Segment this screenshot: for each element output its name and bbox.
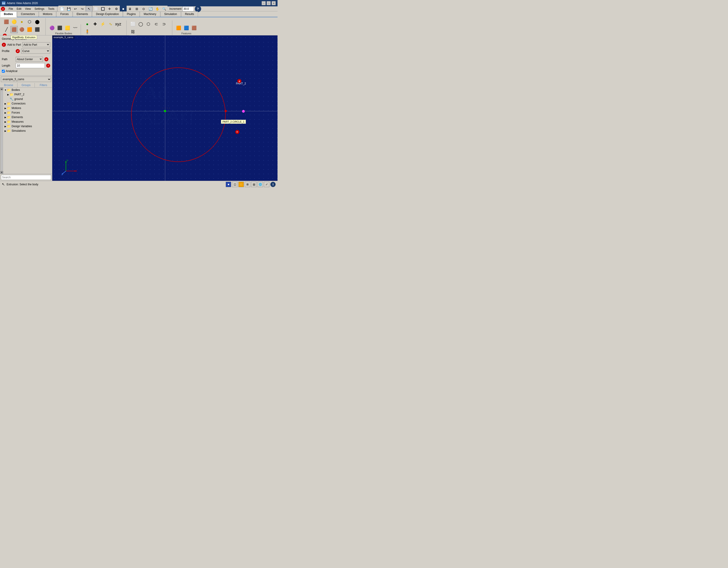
tree-item-motions[interactable]: ▶ 📁 Motions [3,106,52,110]
box-button[interactable]: ■ [120,6,127,12]
analytical-checkbox[interactable] [2,70,5,73]
new-button[interactable]: 📄 [58,6,65,12]
tree-item-design-variables[interactable]: ▶ 📁 Design Variables [3,124,52,129]
status-btn-5[interactable]: ▤ [251,182,257,187]
design-vars-expander[interactable]: ▶ [4,125,7,128]
tree-item-bodies[interactable]: ▼ 📁 Bodies [3,88,52,92]
status-btn-3[interactable]: □ [238,182,244,187]
close-button[interactable]: ✕ [272,1,276,5]
forces-expander[interactable]: ▶ [4,111,7,114]
const1-icon[interactable]: ● [84,20,91,28]
path-select[interactable]: About Center [16,57,43,62]
menu-edit[interactable]: Edit [15,7,23,11]
tab-results[interactable]: Results [181,11,198,17]
tree-scrollbar[interactable]: ▲ ▼ [0,88,3,174]
undo-button[interactable]: ↩ [72,6,79,12]
bool6-icon[interactable]: ⛓ [129,28,137,35]
tab-forces[interactable]: Forces [56,11,73,17]
elements-expander[interactable]: ▶ [4,116,7,119]
sphere-icon[interactable]: ● [18,18,25,25]
simulations-expander[interactable]: ▶ [4,130,7,132]
const5-icon[interactable]: xyz [115,20,122,28]
viewport[interactable]: example_5_cams Ad · [52,35,278,181]
const3-icon[interactable]: ⚡ [99,20,106,28]
box-solid-icon[interactable]: 🟫 [3,18,10,25]
flex2-icon[interactable]: ⬛ [56,24,63,32]
maximize-button[interactable]: □ [267,1,271,5]
transform-button[interactable]: ⬜ [93,6,99,12]
tree-item-simulations[interactable]: ▶ 📁 Simulations [3,129,52,133]
title-bar-controls[interactable]: ─ □ ✕ [262,1,276,5]
tab-elements[interactable]: Elements [73,11,92,17]
bool1-icon[interactable]: ⬜ [129,20,137,28]
minimize-button[interactable]: ─ [262,1,266,5]
menu-settings[interactable]: Settings [33,7,46,11]
tab-plugins[interactable]: Plugins [123,11,140,17]
status-info-icon[interactable]: ℹ [270,182,276,187]
length-input[interactable] [16,63,45,68]
status-btn-7[interactable]: ⤢ [264,182,269,187]
extrusion-icon[interactable]: 🟫 RigidBody: Extrusion [10,26,18,33]
part2-expander[interactable]: ▶ [7,93,10,96]
scroll-thumb[interactable] [1,91,3,171]
tree-tab-filters[interactable]: Filters [35,83,52,87]
tab-design-exploration[interactable]: Design Exploration [92,11,123,17]
feat1-icon[interactable]: 🟧 [175,24,182,32]
ground-expander[interactable] [7,98,10,100]
solid6-icon[interactable]: ╱ [3,26,10,33]
tree-item-forces[interactable]: ▶ 📁 Forces [3,110,52,115]
bool5-icon[interactable]: ⊃ [160,20,168,28]
menu-tools[interactable]: Tools [46,7,56,11]
tab-machinery[interactable]: Machinery [140,11,160,17]
solid10-icon[interactable]: ⬛ [34,26,41,33]
tree-item-measures[interactable]: ▶ 📁 Measures [3,120,52,124]
parts-button[interactable]: ⚙ [113,6,120,12]
bodies-expander[interactable]: ▼ [4,89,7,91]
menu-view[interactable]: View [23,7,33,11]
view-button[interactable]: 🖥 [127,6,133,12]
connectors-expander[interactable]: ▶ [4,102,7,105]
status-btn-2[interactable]: ◫ [232,182,238,187]
snap-button[interactable]: ⊞ [133,6,140,12]
status-globe-icon[interactable]: 🌐 [258,182,263,187]
const6-icon[interactable]: 🧍 [84,28,91,35]
zoom-button[interactable]: 🔍 [161,6,168,12]
search-input[interactable] [1,175,51,180]
cylinder-icon[interactable]: 🟡 [10,18,18,25]
flex4-icon[interactable]: 〰 [72,24,79,32]
feat2-icon[interactable]: 🟦 [183,24,190,32]
profile-select[interactable]: Curve [21,49,50,54]
move-button[interactable]: ✛ [106,6,113,12]
tree-item-ground[interactable]: 🔧 ground [6,97,52,101]
tab-simulation[interactable]: Simulation [160,11,181,17]
tree-item-part2[interactable]: ▶ 📁 PART_2 [6,92,52,97]
orbit-button[interactable]: 🔄 [147,6,154,12]
bool2-icon[interactable]: ◯ [137,20,144,28]
menu-file[interactable]: File [7,7,15,11]
scroll-down-btn[interactable]: ▼ [0,171,3,174]
tab-bodies[interactable]: Bodies [0,11,17,17]
solid8-icon[interactable]: 🟤 [18,26,25,33]
torus-icon[interactable]: ⬡ [26,18,33,25]
const4-icon[interactable]: ∿ [107,20,114,28]
status-btn-1[interactable]: ■ [226,182,231,187]
tree-item-elements[interactable]: ▶ 📁 Elements [3,115,52,120]
help-button[interactable]: ? [195,6,201,12]
solid9-icon[interactable]: 🟧 [26,26,33,33]
motions-expander[interactable]: ▶ [4,107,7,110]
measures-expander[interactable]: ▶ [4,120,7,123]
model-selector[interactable]: .example_5_cams [1,77,51,82]
const2-icon[interactable]: ✚ [91,20,99,28]
save-button[interactable]: 💾 [65,6,72,12]
bool4-icon[interactable]: ⊂ [153,20,160,28]
tree-tab-browse[interactable]: Browse [0,83,18,87]
tree-item-connectors[interactable]: ▶ 📁 Connectors [3,101,52,106]
feat3-icon[interactable]: 🟫 [190,24,198,32]
solid5-icon[interactable]: ⬤ [34,18,41,25]
select-button[interactable]: ↖ [86,6,93,12]
redo-button[interactable]: ↪ [79,6,86,12]
pan-button[interactable]: ✋ [154,6,161,12]
flex1-icon[interactable]: 🟣 [48,24,56,32]
add-to-part-select[interactable]: Add to Part [22,42,50,47]
status-btn-4[interactable]: ⊞ [245,182,250,187]
